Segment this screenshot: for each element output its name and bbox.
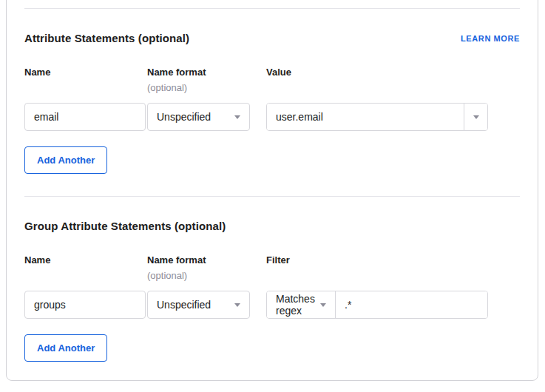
group-attribute-statements-header: Group Attribute Statements (optional) xyxy=(24,220,520,232)
attribute-name-input[interactable] xyxy=(24,103,146,131)
group-filter-value-input[interactable] xyxy=(336,291,487,318)
attribute-name-format-select[interactable]: Unspecified xyxy=(147,103,250,131)
section-divider xyxy=(24,196,520,197)
group-filter-type-selected: Matches regex xyxy=(276,293,320,317)
name-format-label-text: Name format xyxy=(147,67,206,78)
group-name-input[interactable] xyxy=(24,291,146,319)
group-name-format-label-text: Name format xyxy=(147,254,206,266)
add-another-group-attribute-button[interactable]: Add Another xyxy=(24,334,107,362)
group-attribute-statements-title: Group Attribute Statements (optional) xyxy=(24,220,226,232)
add-another-attribute-button[interactable]: Add Another xyxy=(24,146,107,174)
group-name-column-label: Name xyxy=(24,254,147,281)
top-divider xyxy=(24,8,520,9)
value-column-label: Value xyxy=(266,67,520,93)
chevron-down-icon xyxy=(320,303,326,307)
filter-column-label: Filter xyxy=(266,254,520,281)
attribute-statement-row: Unspecified xyxy=(24,103,520,131)
group-name-format-optional-label: (optional) xyxy=(147,270,266,281)
group-name-format-column-label: Name format (optional) xyxy=(147,254,266,281)
attribute-statements-header: Attribute Statements (optional) LEARN MO… xyxy=(24,32,520,44)
attribute-value-combo xyxy=(266,103,488,131)
name-format-column-label: Name format (optional) xyxy=(147,67,266,93)
group-name-format-selected: Unspecified xyxy=(157,299,211,311)
chevron-down-icon xyxy=(473,115,479,119)
attribute-columns-labels: Name Name format (optional) Value xyxy=(24,67,520,93)
attribute-statements-title: Attribute Statements (optional) xyxy=(24,32,189,44)
attribute-name-format-selected: Unspecified xyxy=(157,111,211,123)
chevron-down-icon xyxy=(234,303,240,307)
group-attribute-statement-row: Unspecified Matches regex xyxy=(24,291,520,319)
group-columns-labels: Name Name format (optional) Filter xyxy=(24,254,520,281)
attribute-value-input[interactable] xyxy=(267,104,464,130)
group-filter-type-select[interactable]: Matches regex xyxy=(267,291,336,318)
group-filter-combo: Matches regex xyxy=(266,291,488,319)
attribute-value-dropdown-button[interactable] xyxy=(464,104,487,130)
name-column-label: Name xyxy=(24,67,147,93)
settings-card: Attribute Statements (optional) LEARN MO… xyxy=(6,0,538,381)
chevron-down-icon xyxy=(234,115,240,119)
group-name-format-select[interactable]: Unspecified xyxy=(147,291,250,319)
learn-more-link[interactable]: LEARN MORE xyxy=(461,34,520,43)
name-format-optional-label: (optional) xyxy=(147,82,266,93)
